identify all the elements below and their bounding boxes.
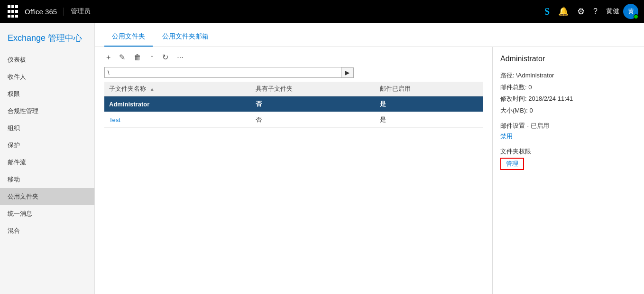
modified-value: 2018/2/24 11:41 [528, 95, 573, 102]
col-mailenabled: 邮件已启用 [375, 82, 483, 96]
skype-icon[interactable]: S [544, 6, 550, 17]
row-haschildren: 否 [251, 96, 375, 112]
sidebar-item-mobile[interactable]: 移动 [0, 171, 94, 188]
edit-button[interactable]: ✎ [117, 53, 127, 62]
modified-label: 修改时间: [500, 95, 527, 102]
row-name: Administrator [104, 96, 251, 112]
table-row[interactable]: Administrator 否 是 [104, 96, 483, 112]
total-label: 邮件总数: [500, 84, 527, 91]
sidebar-item-recipients[interactable]: 收件人 [0, 68, 94, 85]
mailsettings-label: 邮件设置 - 已启用 [500, 122, 636, 130]
nav-icons: S 🔔 ⚙ ? 黄健 黄 [544, 4, 638, 19]
folders-table: 子文件夹名称 ▲ 具有子文件夹 邮件已启用 [104, 82, 483, 128]
sidebar-item-protection[interactable]: 保护 [0, 137, 94, 154]
sidebar-item-unifiedmessaging[interactable]: 统一消息 [0, 205, 94, 222]
waffle-menu[interactable] [6, 4, 20, 19]
path-input[interactable] [104, 67, 341, 78]
table-row[interactable]: Test 否 是 [104, 112, 483, 128]
avatar: 黄 [623, 4, 638, 19]
detail-panel: Administrator 路径: \Administrator 邮件总数: 0… [492, 47, 644, 294]
brand-label: Office 365 [25, 8, 64, 16]
sidebar-item-permissions[interactable]: 权限 [0, 85, 94, 103]
folder-permissions-label: 文件夹权限 [500, 147, 636, 156]
folder-link[interactable]: Test [109, 116, 120, 123]
top-navbar: Office 365 管理员 S 🔔 ⚙ ? 黄健 黄 [0, 0, 644, 23]
sidebar-item-hybrid[interactable]: 混合 [0, 222, 94, 239]
main-container: Exchange 管理中心 仪表板 收件人 权限 合规性管理 组织 保护 邮件流… [0, 23, 644, 294]
sidebar-item-publicfolders[interactable]: 公用文件夹 [0, 188, 94, 205]
sidebar-item-compliance[interactable]: 合规性管理 [0, 103, 94, 120]
user-menu[interactable]: 黄健 黄 [606, 4, 638, 19]
tab-publicfolders[interactable]: 公用文件夹 [104, 29, 153, 47]
section-label: 管理员 [71, 7, 91, 16]
up-button[interactable]: ↑ [148, 53, 156, 62]
row-name: Test [104, 112, 251, 128]
bell-icon[interactable]: 🔔 [558, 6, 569, 17]
detail-title: Administrator [500, 55, 636, 63]
content-area: 公用文件夹 公用文件夹邮箱 + ✎ 🗑 ↑ ↻ ··· ▶ [95, 23, 644, 294]
toolbar: + ✎ 🗑 ↑ ↻ ··· [104, 53, 483, 62]
path-row: ▶ [104, 67, 483, 78]
col-haschildren: 具有子文件夹 [251, 82, 375, 96]
content-body: + ✎ 🗑 ↑ ↻ ··· ▶ 子 [95, 47, 644, 294]
tab-publicfolder-mailboxes[interactable]: 公用文件夹邮箱 [155, 29, 216, 47]
row-mailenabled: 是 [375, 96, 483, 112]
detail-info: 路径: \Administrator 邮件总数: 0 修改时间: 2018/2/… [500, 70, 636, 117]
manage-button[interactable]: 管理 [500, 158, 524, 170]
tabs-bar: 公用文件夹 公用文件夹邮箱 [95, 23, 644, 47]
disable-link[interactable]: 禁用 [500, 133, 513, 140]
refresh-button[interactable]: ↻ [160, 53, 170, 62]
total-value: 0 [528, 84, 532, 91]
sidebar: Exchange 管理中心 仪表板 收件人 权限 合规性管理 组织 保护 邮件流… [0, 23, 95, 294]
path-value: \Administrator [516, 72, 554, 79]
list-panel: + ✎ 🗑 ↑ ↻ ··· ▶ 子 [95, 47, 492, 294]
size-label: 大小(MB): [500, 107, 528, 114]
online-status-dot [634, 14, 638, 19]
sidebar-title: Exchange 管理中心 [0, 28, 94, 51]
sidebar-item-mailflow[interactable]: 邮件流 [0, 154, 94, 171]
sort-icon: ▲ [150, 86, 155, 92]
help-icon[interactable]: ? [593, 7, 598, 16]
size-value: 0 [529, 107, 533, 114]
row-haschildren: 否 [251, 112, 375, 128]
path-label: 路径: [500, 72, 515, 79]
col-name[interactable]: 子文件夹名称 ▲ [104, 82, 251, 96]
gear-icon[interactable]: ⚙ [577, 6, 585, 17]
delete-button[interactable]: 🗑 [132, 53, 143, 62]
username-label: 黄健 [606, 7, 619, 16]
more-button[interactable]: ··· [175, 53, 185, 62]
sidebar-item-dashboard[interactable]: 仪表板 [0, 51, 94, 68]
sidebar-item-organization[interactable]: 组织 [0, 120, 94, 137]
path-arrow[interactable]: ▶ [341, 67, 354, 78]
add-button[interactable]: + [104, 53, 112, 62]
row-mailenabled: 是 [375, 112, 483, 128]
